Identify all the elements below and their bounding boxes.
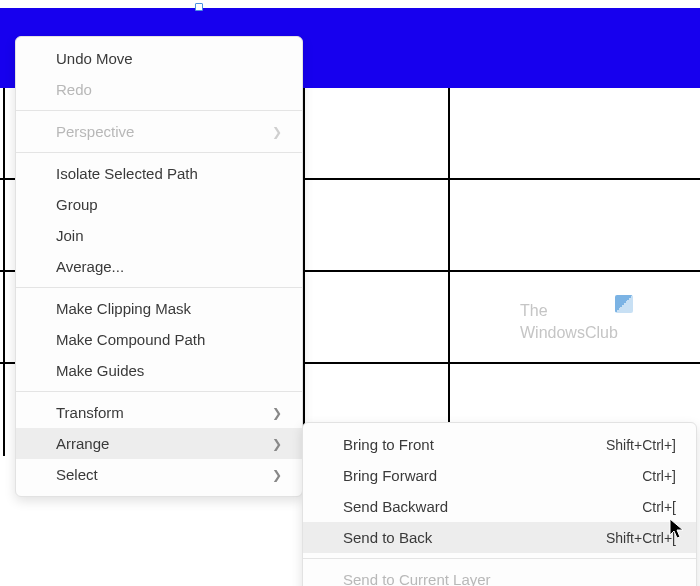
menu-group[interactable]: Group (16, 189, 302, 220)
menu-label: Send to Current Layer (343, 571, 491, 586)
menu-join[interactable]: Join (16, 220, 302, 251)
menu-shortcut: Shift+Ctrl+[ (606, 530, 676, 546)
selection-handle-top[interactable] (195, 3, 203, 11)
menu-label: Transform (56, 404, 124, 421)
submenu-bring-forward[interactable]: Bring Forward Ctrl+] (303, 460, 696, 491)
menu-label: Make Clipping Mask (56, 300, 191, 317)
menu-label: Average... (56, 258, 124, 275)
menu-separator (303, 558, 696, 559)
menu-label: Make Guides (56, 362, 144, 379)
menu-make-guides[interactable]: Make Guides (16, 355, 302, 386)
menu-label: Bring Forward (343, 467, 437, 484)
watermark-text: The WindowsClub (520, 300, 618, 345)
menu-average[interactable]: Average... (16, 251, 302, 282)
menu-make-compound-path[interactable]: Make Compound Path (16, 324, 302, 355)
chevron-right-icon: ❯ (272, 125, 282, 139)
menu-redo: Redo (16, 74, 302, 105)
menu-separator (16, 287, 302, 288)
menu-label: Make Compound Path (56, 331, 205, 348)
menu-shortcut: Ctrl+] (642, 468, 676, 484)
menu-label: Join (56, 227, 84, 244)
menu-perspective: Perspective ❯ (16, 116, 302, 147)
submenu-bring-to-front[interactable]: Bring to Front Shift+Ctrl+] (303, 429, 696, 460)
menu-label: Redo (56, 81, 92, 98)
chevron-right-icon: ❯ (272, 437, 282, 451)
menu-label: Send to Back (343, 529, 432, 546)
submenu-send-to-back[interactable]: Send to Back Shift+Ctrl+[ (303, 522, 696, 553)
submenu-send-to-current-layer: Send to Current Layer (303, 564, 696, 586)
menu-arrange[interactable]: Arrange ❯ (16, 428, 302, 459)
menu-label: Isolate Selected Path (56, 165, 198, 182)
menu-label: Bring to Front (343, 436, 434, 453)
menu-shortcut: Shift+Ctrl+] (606, 437, 676, 453)
context-menu-main: Undo Move Redo Perspective ❯ Isolate Sel… (15, 36, 303, 497)
chevron-right-icon: ❯ (272, 468, 282, 482)
menu-isolate-selected-path[interactable]: Isolate Selected Path (16, 158, 302, 189)
menu-label: Select (56, 466, 98, 483)
menu-separator (16, 152, 302, 153)
menu-separator (16, 110, 302, 111)
menu-label: Arrange (56, 435, 109, 452)
menu-label: Group (56, 196, 98, 213)
menu-label: Perspective (56, 123, 134, 140)
menu-label: Send Backward (343, 498, 448, 515)
submenu-send-backward[interactable]: Send Backward Ctrl+[ (303, 491, 696, 522)
menu-shortcut: Ctrl+[ (642, 499, 676, 515)
menu-select[interactable]: Select ❯ (16, 459, 302, 490)
menu-undo[interactable]: Undo Move (16, 43, 302, 74)
menu-make-clipping-mask[interactable]: Make Clipping Mask (16, 293, 302, 324)
menu-transform[interactable]: Transform ❯ (16, 397, 302, 428)
context-menu-arrange-submenu: Bring to Front Shift+Ctrl+] Bring Forwar… (302, 422, 697, 586)
menu-label: Undo Move (56, 50, 133, 67)
menu-separator (16, 391, 302, 392)
chevron-right-icon: ❯ (272, 406, 282, 420)
